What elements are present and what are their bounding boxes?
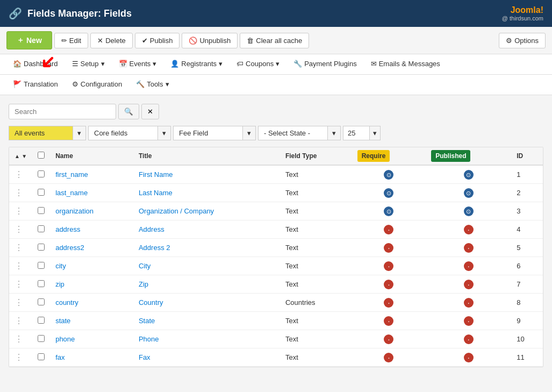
drag-handle-icon[interactable]: ⋮ [15, 316, 23, 325]
require-dot-icon[interactable]: · [384, 225, 393, 234]
nav-setup[interactable]: ☰ Setup ▾ [66, 54, 111, 74]
row-checkbox[interactable] [38, 170, 45, 177]
row-name-link[interactable]: state [55, 317, 70, 325]
published-dot-icon[interactable]: · [464, 280, 474, 289]
row-checkbox[interactable] [38, 244, 45, 251]
row-title-link[interactable]: Phone [139, 335, 159, 343]
row-title-link[interactable]: Address 2 [139, 244, 170, 252]
edit-button[interactable]: ✏ Edit [54, 33, 88, 48]
row-name-link[interactable]: zip [55, 280, 64, 288]
require-check-icon[interactable]: ⊙ [384, 206, 393, 216]
row-title-link[interactable]: Last Name [139, 189, 173, 197]
row-name-link[interactable]: address2 [55, 244, 84, 252]
drag-handle-icon[interactable]: ⋮ [15, 206, 23, 216]
row-name-link[interactable]: phone [55, 335, 75, 343]
nav-events[interactable]: 📅 Events ▾ [112, 54, 163, 74]
drag-handle-icon[interactable]: ⋮ [15, 170, 23, 179]
require-check-icon[interactable]: ⊙ [384, 170, 393, 180]
count-dropdown-arrow[interactable]: ▾ [370, 126, 381, 140]
row-name-link[interactable]: city [55, 262, 66, 270]
select-all-checkbox[interactable] [38, 152, 45, 159]
published-dot-icon[interactable]: · [464, 298, 474, 308]
row-checkbox[interactable] [38, 207, 45, 214]
row-title-link[interactable]: Country [139, 298, 163, 307]
row-title-link[interactable]: Fax [139, 353, 150, 361]
sort-up-icon[interactable]: ▲ [15, 153, 20, 159]
drag-handle-icon[interactable]: ⋮ [15, 225, 23, 234]
require-dot-icon[interactable]: · [384, 353, 393, 362]
drag-handle-icon[interactable]: ⋮ [15, 334, 23, 344]
clear-cache-button[interactable]: 🗑 Clear all cache [240, 33, 309, 48]
row-name-link[interactable]: country [55, 298, 78, 307]
row-checkbox[interactable] [38, 225, 45, 232]
row-checkbox[interactable] [38, 280, 45, 287]
options-button[interactable]: ⚙ Options [499, 33, 546, 48]
clear-search-button[interactable]: ✕ [141, 104, 159, 119]
drag-handle-icon[interactable]: ⋮ [15, 298, 23, 307]
published-dot-icon[interactable]: · [464, 334, 474, 344]
row-title-link[interactable]: Organization / Company [139, 207, 214, 215]
row-title-link[interactable]: State [139, 317, 155, 325]
state-dropdown-arrow[interactable]: ▾ [328, 126, 341, 140]
nav-dashboard[interactable]: 🏠 Dashboard [6, 54, 64, 74]
nav-payment-plugins[interactable]: 🔧 Payment Plugins [287, 54, 363, 74]
nav-translation[interactable]: 🚩 Translation [6, 75, 64, 95]
drag-handle-icon[interactable]: ⋮ [15, 280, 23, 289]
row-name-link[interactable]: last_name [55, 189, 88, 197]
published-dot-icon[interactable]: · [464, 353, 474, 362]
nav-registrants[interactable]: 👤 Registrants ▾ [164, 54, 229, 74]
state-filter[interactable]: - Select State - [258, 126, 328, 140]
require-dot-icon[interactable]: · [384, 298, 393, 308]
require-dot-icon[interactable]: · [384, 261, 393, 271]
all-events-dropdown-arrow[interactable]: ▾ [73, 126, 86, 140]
row-checkbox[interactable] [38, 335, 45, 342]
row-checkbox[interactable] [38, 262, 45, 269]
nav-configuration[interactable]: ⚙ Configuration [66, 75, 128, 95]
row-title-link[interactable]: City [139, 262, 150, 270]
publish-button[interactable]: ✔ Publish [135, 33, 180, 48]
drag-handle-icon[interactable]: ⋮ [15, 353, 23, 362]
require-dot-icon[interactable]: · [384, 243, 393, 253]
delete-button[interactable]: ✕ Delete [90, 33, 133, 48]
core-fields-dropdown-arrow[interactable]: ▾ [158, 126, 171, 140]
require-dot-icon[interactable]: · [384, 334, 393, 344]
row-name-link[interactable]: organization [55, 207, 94, 215]
count-filter[interactable]: 25 [343, 126, 370, 140]
row-name-link[interactable]: fax [55, 353, 64, 361]
require-dot-icon[interactable]: · [384, 280, 393, 289]
row-title-link[interactable]: First Name [139, 170, 173, 179]
row-checkbox[interactable] [38, 189, 45, 196]
drag-handle-icon[interactable]: ⋮ [15, 188, 23, 197]
fee-field-dropdown-arrow[interactable]: ▾ [243, 126, 256, 140]
sort-down-icon[interactable]: ▼ [21, 153, 27, 159]
drag-handle-icon[interactable]: ⋮ [15, 243, 23, 252]
published-check-icon[interactable]: ⊙ [464, 206, 474, 216]
drag-handle-icon[interactable]: ⋮ [15, 261, 23, 270]
search-button[interactable]: 🔍 [118, 104, 139, 119]
th-name[interactable]: Name [50, 147, 133, 165]
row-checkbox[interactable] [38, 298, 45, 305]
row-name-link[interactable]: address [55, 225, 80, 233]
published-dot-icon[interactable]: · [464, 316, 474, 326]
row-checkbox[interactable] [38, 353, 45, 360]
core-fields-filter[interactable]: Core fields [88, 126, 158, 140]
published-dot-icon[interactable]: · [464, 225, 474, 234]
th-title[interactable]: Title [133, 147, 280, 165]
published-dot-icon[interactable]: · [464, 243, 474, 253]
published-check-icon[interactable]: ⊙ [464, 188, 474, 198]
require-check-icon[interactable]: ⊙ [384, 188, 393, 198]
nav-tools[interactable]: 🔨 Tools ▾ [130, 75, 175, 95]
new-button[interactable]: ＋ New [6, 31, 52, 49]
nav-coupons[interactable]: 🏷 Coupons ▾ [230, 54, 286, 74]
row-name-link[interactable]: first_name [55, 170, 88, 179]
search-input[interactable] [9, 104, 116, 119]
row-title-link[interactable]: Address [139, 225, 164, 233]
fee-field-filter[interactable]: Fee Field [173, 126, 243, 140]
published-dot-icon[interactable]: · [464, 261, 474, 271]
published-check-icon[interactable]: ⊙ [464, 170, 474, 180]
require-dot-icon[interactable]: · [384, 316, 393, 326]
nav-emails-messages[interactable]: ✉ Emails & Messages [364, 54, 447, 74]
row-checkbox[interactable] [38, 317, 45, 324]
row-title-link[interactable]: Zip [139, 280, 148, 288]
all-events-filter[interactable]: All events [9, 126, 73, 140]
